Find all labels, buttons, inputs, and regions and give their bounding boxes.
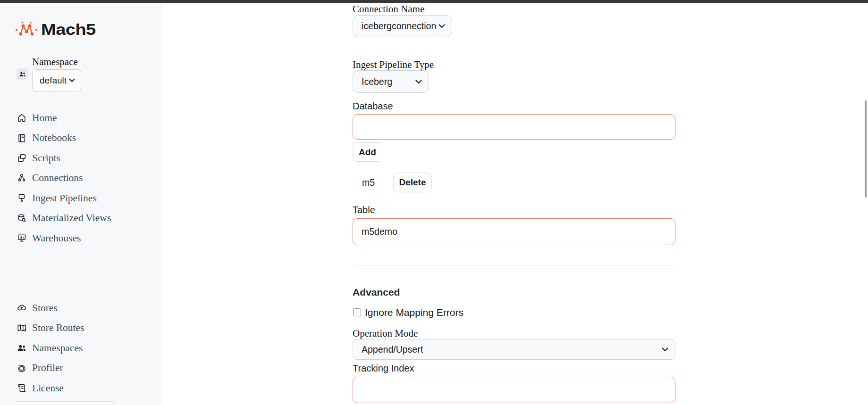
tracking-index-input[interactable] [353,377,675,403]
sidebar-nav-secondary: Stores Store Routes [0,298,151,398]
cloud-upload-icon [17,303,27,313]
diagram-icon [17,173,27,183]
sidebar-divider [16,401,115,402]
map-bolt-icon [17,323,27,333]
brand-name: Mach5 [41,21,96,37]
sidebar-item-namespaces[interactable]: Namespaces [0,338,151,358]
ignore-mapping-errors-label: Ignore Mapping Errors [365,307,463,318]
database-input[interactable] [353,114,675,140]
section-divider [353,265,675,265]
namespace-people-icon [17,68,28,80]
sidebar-item-license[interactable]: License [0,378,151,398]
delete-button[interactable]: Delete [393,173,432,192]
sidebar: Mach5 Namespace default Home [0,3,162,405]
windows-icon [17,153,27,163]
operation-mode-label: Operation Mode [353,328,418,339]
operation-mode-select[interactable]: Append/Upsert [353,339,675,360]
chevron-down-icon [415,80,422,84]
database-search-icon [17,213,27,223]
sidebar-item-home[interactable]: Home [0,108,151,128]
chevron-down-icon [438,24,445,28]
pipeline-type-label: Ingest Pipeline Type [353,59,434,71]
connection-name-selected-value: icebergconnection [362,21,436,32]
pipeline-type-select[interactable]: Iceberg [353,70,429,93]
sidebar-item-scripts[interactable]: Scripts [0,148,151,168]
sidebar-item-profiler[interactable]: Profiler [0,358,151,379]
display-chart-icon [17,233,27,243]
namespace-selected-value: default [40,75,67,86]
sidebar-item-notebooks[interactable]: Notebooks [0,128,151,149]
add-button[interactable]: Add [353,142,382,162]
table-label: Table [353,205,375,215]
connection-name-select[interactable]: icebergconnection [353,15,452,37]
tracking-index-label: Tracking Index [353,363,414,374]
pipeline-icon [17,193,27,203]
connection-name-label: Connection Name [353,3,424,15]
mach5-logo-icon [15,21,38,37]
sidebar-item-stores[interactable]: Stores [0,298,151,318]
namespace-select[interactable]: default [32,69,81,91]
table-input[interactable] [353,218,675,245]
journal-icon [17,133,27,143]
database-label: Database [353,101,393,112]
sidebar-item-connections[interactable]: Connections [0,168,151,189]
vertical-scrollbar-thumb[interactable] [865,100,867,198]
ignore-mapping-errors-checkbox[interactable] [353,308,361,316]
brand-logo[interactable]: Mach5 [15,21,90,38]
chevron-down-icon [69,78,75,83]
scroll-icon [17,383,27,393]
advanced-heading: Advanced [353,287,400,298]
operation-mode-selected-value: Append/Upsert [362,344,423,355]
people-icon [17,343,27,353]
profiler-icon [17,363,27,373]
database-item-name: m5 [362,177,375,188]
sidebar-item-materialized-views[interactable]: Materialized Views [0,208,151,229]
main-content: Connection Name icebergconnection Ingest… [162,3,868,405]
sidebar-item-ingest-pipelines[interactable]: Ingest Pipelines [0,188,151,208]
pipeline-type-selected-value: Iceberg [362,76,392,87]
house-icon [17,113,27,123]
sidebar-nav-main: Home Notebooks Scripts [0,108,151,248]
sidebar-item-store-routes[interactable]: Store Routes [0,318,151,339]
sidebar-item-warehouses[interactable]: Warehouses [0,228,151,248]
chevron-down-icon [662,347,668,352]
namespace-label: Namespace [32,56,78,68]
